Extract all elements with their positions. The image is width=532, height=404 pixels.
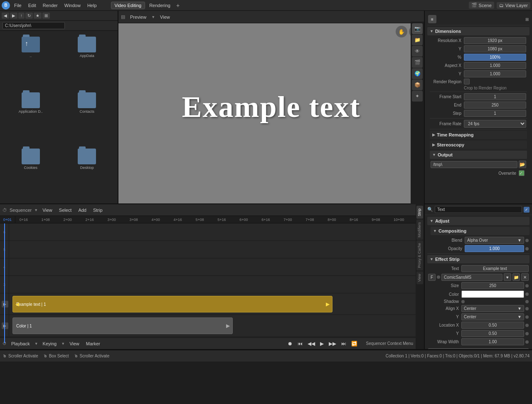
- file-item-desktop[interactable]: Desktop: [60, 146, 115, 200]
- file-item-contacts[interactable]: Contacts: [60, 90, 115, 144]
- preview-hand-icon[interactable]: ✋: [396, 26, 407, 37]
- prop-tab-object[interactable]: 📦: [412, 79, 423, 90]
- strip-tab-proxy[interactable]: Proxy & Cache: [416, 240, 423, 270]
- strip-color-gray[interactable]: Color | 1 ▶: [12, 317, 233, 334]
- menu-help[interactable]: Help: [85, 2, 99, 9]
- fb-bookmark[interactable]: ★: [34, 12, 42, 19]
- align-x-dot[interactable]: [525, 307, 529, 310]
- seq-menu-strip[interactable]: Strip: [91, 207, 105, 213]
- size-value[interactable]: 250: [461, 282, 524, 289]
- file-item-appd[interactable]: Application D..: [3, 90, 58, 144]
- size-dot[interactable]: [525, 284, 529, 288]
- dimensions-section[interactable]: ▼ Dimensions: [427, 27, 530, 35]
- align-x-select[interactable]: Center ▼: [461, 305, 524, 312]
- render-region-checkbox[interactable]: [464, 79, 470, 84]
- fb-refresh[interactable]: ↻: [25, 12, 33, 19]
- seq-dropdown-icon[interactable]: ▼: [34, 208, 38, 212]
- strip-tab-strip[interactable]: Strip: [416, 206, 423, 219]
- location-y-dot[interactable]: [525, 332, 529, 335]
- seq-menu-view[interactable]: View: [40, 207, 54, 213]
- prop-filter-icon[interactable]: ≡: [428, 15, 436, 23]
- fb-nav-back[interactable]: ◀: [2, 12, 9, 19]
- prop-tab-particles[interactable]: ✦: [412, 91, 423, 102]
- loop-btn[interactable]: 🔁: [350, 340, 359, 347]
- track-1-area[interactable]: Color | 1 ▶: [9, 315, 416, 336]
- opacity-dot[interactable]: [525, 247, 529, 250]
- stereoscopy-section[interactable]: ▶ Stereoscopy: [430, 141, 527, 149]
- fb-nav-up[interactable]: ↑: [18, 12, 25, 19]
- view-layer-selector[interactable]: 🗂 View Layer: [497, 2, 530, 9]
- output-section[interactable]: ▼ Output: [430, 151, 527, 159]
- skip-start-btn[interactable]: ⏮: [296, 340, 304, 347]
- prop-tab-world[interactable]: 🌍: [412, 68, 423, 79]
- strip-tab-view[interactable]: View: [416, 271, 423, 284]
- aspect-x-value[interactable]: 1.000: [464, 62, 526, 69]
- track-4-area[interactable]: [9, 258, 416, 275]
- frame-rate-select[interactable]: 24 fps 25 fps 30 fps: [464, 120, 526, 128]
- seq-menu-add[interactable]: Add: [76, 207, 89, 213]
- font-name-value[interactable]: ComicSansMS: [441, 274, 502, 281]
- menu-edit[interactable]: Edit: [26, 2, 39, 9]
- blender-logo[interactable]: B: [2, 1, 10, 10]
- output-folder-btn[interactable]: 📂: [519, 161, 526, 168]
- blend-dot[interactable]: [525, 239, 529, 242]
- fb-nav-forward[interactable]: ▶: [10, 12, 17, 19]
- frame-step-value[interactable]: 1: [464, 110, 526, 117]
- menu-render[interactable]: Render: [40, 2, 60, 9]
- file-item-cookies[interactable]: Cookies: [3, 146, 58, 200]
- percent-value[interactable]: 100%: [464, 54, 526, 61]
- aspect-y-value[interactable]: 1.000: [464, 70, 526, 77]
- menu-file[interactable]: File: [12, 2, 24, 9]
- workspace-video-editing[interactable]: Video Editing: [111, 2, 145, 9]
- export-subtitles-btn[interactable]: Export Subtitles: [428, 348, 529, 349]
- seq-view-menu[interactable]: View: [67, 340, 81, 347]
- preview-dropdown[interactable]: Preview: [128, 14, 149, 20]
- workspace-add-button[interactable]: +: [175, 2, 181, 9]
- shadow-dot[interactable]: [525, 300, 529, 303]
- text-value[interactable]: Example text: [461, 265, 529, 272]
- resolution-y-value[interactable]: 1080 px: [464, 45, 526, 52]
- frame-end-value[interactable]: 250: [464, 102, 526, 109]
- color-dot[interactable]: [525, 292, 529, 296]
- track-3-area[interactable]: [9, 276, 416, 293]
- seq-keying-menu[interactable]: Keying: [41, 340, 59, 347]
- track-5-area[interactable]: [9, 241, 416, 258]
- font-style-btn[interactable]: F: [428, 274, 436, 281]
- strip-search-check[interactable]: ✓: [524, 207, 530, 213]
- prev-frame-btn[interactable]: ◀◀: [306, 340, 316, 347]
- blend-select[interactable]: Alpha Over ▼: [465, 237, 524, 244]
- resolution-x-value[interactable]: 1920 px: [464, 37, 526, 44]
- seq-menu-select[interactable]: Select: [57, 207, 74, 213]
- wrap-width-value[interactable]: 1.00: [461, 338, 524, 345]
- menu-window[interactable]: Window: [62, 2, 83, 9]
- strip-tab-modifiers[interactable]: Modifiers: [416, 220, 423, 240]
- strip-text-yellow[interactable]: ◀ Example text | 1 ▶: [12, 296, 332, 312]
- adjust-section[interactable]: ▼ Adjust: [427, 217, 530, 225]
- time-remapping-section[interactable]: ▶ Time Remapping: [430, 131, 527, 139]
- fb-nav-icons[interactable]: ⊞: [42, 12, 50, 19]
- align-y-dot[interactable]: [525, 315, 529, 319]
- font-remove-btn[interactable]: ✕: [521, 273, 529, 281]
- wrap-width-dot[interactable]: [525, 340, 529, 344]
- preview-view[interactable]: View: [158, 14, 172, 20]
- skip-end-btn[interactable]: ⏭: [340, 340, 347, 347]
- effect-strip-section[interactable]: ▼ Effect Strip: [427, 255, 530, 263]
- font-heart-btn[interactable]: ♥: [504, 273, 511, 281]
- fb-path-input[interactable]: [2, 22, 65, 29]
- output-path-value[interactable]: /tmp\: [431, 161, 517, 168]
- overwrite-checkbox[interactable]: ✓: [519, 170, 525, 176]
- font-dropdown-icon[interactable]: [437, 275, 440, 279]
- shadow-toggle[interactable]: [461, 300, 465, 303]
- color-swatch[interactable]: [461, 290, 524, 298]
- track-2-area[interactable]: ◀ Example text | 1 ▶: [9, 293, 416, 315]
- strip-search-input[interactable]: [435, 206, 522, 213]
- location-y-value[interactable]: 0.50: [461, 330, 524, 337]
- track-6-area[interactable]: [9, 223, 416, 240]
- scene-selector[interactable]: 🎬 Scene: [469, 2, 494, 9]
- location-x-dot[interactable]: [525, 324, 529, 327]
- compositing-section[interactable]: ▼ Compositing: [431, 227, 530, 235]
- seq-marker-menu[interactable]: Marker: [84, 340, 102, 347]
- file-item-appdata[interactable]: AppData: [60, 34, 115, 88]
- font-folder-btn[interactable]: 📁: [512, 273, 520, 281]
- prop-tab-render[interactable]: 📷: [412, 23, 423, 34]
